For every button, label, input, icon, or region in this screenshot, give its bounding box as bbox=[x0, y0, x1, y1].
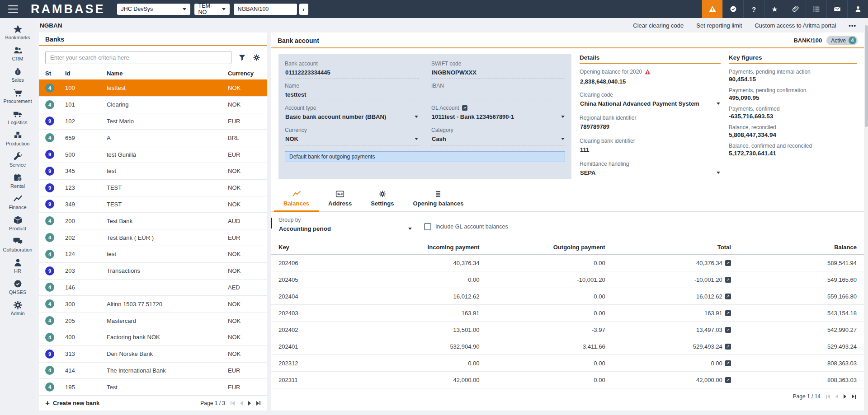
more-actions-icon[interactable]: ••• bbox=[849, 22, 856, 29]
clearing-code-select[interactable]: China National Advanced Payment System bbox=[580, 99, 721, 110]
next-page-icon[interactable] bbox=[248, 401, 251, 406]
table-row[interactable]: 4200Test BankAUD bbox=[39, 212, 267, 229]
clear-clearing-code-action[interactable]: Clear clearing code bbox=[633, 22, 684, 29]
scrollbar-thumb[interactable] bbox=[865, 25, 868, 127]
sidebar-item-procurement[interactable]: Procurement bbox=[0, 85, 35, 107]
table-row[interactable]: 9123TESTNOK bbox=[39, 179, 267, 196]
tab-settings[interactable]: Settings bbox=[361, 186, 403, 211]
category-select[interactable]: Cash bbox=[431, 135, 565, 145]
table-row[interactable]: 20240416,012.620.0016,012.62559,166.80 bbox=[271, 288, 864, 305]
table-row[interactable]: 20240640,376.340.0040,376.34589,541.94 bbox=[271, 255, 864, 271]
verified-icon[interactable] bbox=[722, 0, 743, 18]
tab-balances[interactable]: Balances bbox=[274, 186, 319, 211]
table-row[interactable]: 4124testNOK bbox=[39, 246, 267, 262]
collapse-back-icon[interactable] bbox=[299, 4, 308, 15]
prev-page-icon[interactable] bbox=[240, 401, 243, 406]
sidebar-item-product[interactable]: Product bbox=[0, 213, 35, 234]
table-row[interactable]: 4100testtestNOK bbox=[39, 79, 267, 96]
tab-opening-balances[interactable]: Opening balances bbox=[403, 186, 473, 211]
sidebar-item-finance[interactable]: Finance bbox=[0, 191, 35, 213]
status-badge: 9 bbox=[45, 183, 54, 192]
hamburger-menu-icon[interactable] bbox=[8, 5, 18, 13]
table-row[interactable]: 9102Test MarioEUR bbox=[39, 113, 267, 130]
table-row[interactable]: 4205MastercardNOK bbox=[39, 312, 267, 329]
account-type-select[interactable]: Basic bank account number (BBAN) bbox=[285, 112, 419, 123]
last-page-icon[interactable] bbox=[852, 394, 856, 399]
table-row[interactable]: 20240213,501.00-3.9713,497.03542,990.27 bbox=[271, 322, 864, 338]
favorites-icon[interactable] bbox=[764, 0, 785, 18]
sidebar-item-qhses[interactable]: QHSES bbox=[0, 276, 35, 298]
table-row[interactable]: 20231142,000.000.0042,000.00808,363.03 bbox=[271, 372, 864, 388]
table-row[interactable]: 4414The International BankEUR bbox=[39, 362, 267, 379]
drilldown-icon[interactable] bbox=[725, 260, 731, 266]
table-row[interactable]: 2024050.00-10,001.20-10,001.20549,165.60 bbox=[271, 271, 864, 288]
drilldown-icon[interactable] bbox=[725, 294, 731, 299]
banks-search-input[interactable] bbox=[45, 51, 231, 64]
company-select[interactable]: TEM-NO bbox=[194, 4, 230, 15]
drilldown-icon[interactable] bbox=[725, 310, 731, 316]
custom-access-action[interactable]: Custom access to Aritma portal bbox=[755, 22, 836, 29]
gl-account-select[interactable]: 1011test - Bank 1234567890-1 bbox=[431, 112, 565, 123]
sidebar-item-rental[interactable]: Rental bbox=[0, 170, 35, 191]
table-row[interactable]: 9313Den Norske BankNOK bbox=[39, 345, 267, 362]
drilldown-icon[interactable] bbox=[725, 277, 731, 283]
mail-icon[interactable] bbox=[826, 0, 847, 18]
sidebar-item-admin[interactable]: Admin bbox=[0, 298, 35, 319]
iban-input[interactable] bbox=[431, 90, 565, 101]
table-row[interactable]: 2023120.000.000.00808,363.03 bbox=[271, 355, 864, 372]
global-search-input[interactable] bbox=[234, 4, 297, 15]
table-row[interactable]: 4146AED bbox=[39, 279, 267, 296]
sidebar-item-production[interactable]: Production bbox=[0, 128, 35, 149]
table-row[interactable]: 9203TransactionsNOK bbox=[39, 262, 267, 279]
drilldown-icon[interactable] bbox=[725, 377, 731, 383]
drilldown-icon[interactable] bbox=[725, 327, 731, 333]
table-row[interactable]: 202403163.910.00163.91543,154.18 bbox=[271, 305, 864, 322]
open-gl-account-icon[interactable] bbox=[462, 105, 467, 111]
include-gl-balances-checkbox[interactable]: Include GL account balances bbox=[424, 223, 508, 230]
table-row[interactable]: 4195TestEUR bbox=[39, 378, 267, 395]
gear-icon[interactable] bbox=[253, 54, 260, 61]
name-input[interactable]: testtest bbox=[285, 90, 419, 101]
table-row[interactable]: 4101ClearingNOK bbox=[39, 96, 267, 113]
sidebar-item-logistics[interactable]: Logistics bbox=[0, 107, 35, 128]
clearing-bank-identifier-input[interactable]: 111 bbox=[580, 145, 721, 156]
next-page-icon[interactable] bbox=[844, 394, 846, 399]
prev-page-icon[interactable] bbox=[835, 394, 838, 399]
table-row[interactable]: 4659ABRL bbox=[39, 129, 267, 146]
remittance-handling-select[interactable]: SEPA bbox=[580, 168, 721, 179]
table-row[interactable]: 4400Factoring bank NOKNOK bbox=[39, 329, 267, 345]
help-icon[interactable] bbox=[743, 0, 764, 18]
table-row[interactable]: 9500test GunillaEUR bbox=[39, 146, 267, 163]
bank-account-number-input[interactable]: 01112223334445 bbox=[285, 68, 419, 79]
sidebar-item-hr[interactable]: HR bbox=[0, 255, 35, 276]
filter-icon[interactable] bbox=[238, 54, 246, 61]
group-by-select[interactable]: Accounting period bbox=[278, 224, 412, 235]
sidebar-item-crm[interactable]: CRM bbox=[0, 43, 35, 64]
sidebar-item-sales[interactable]: Sales bbox=[0, 64, 35, 85]
attachment-icon[interactable] bbox=[785, 0, 806, 18]
currency-select[interactable]: NOK bbox=[285, 135, 419, 145]
drilldown-icon[interactable] bbox=[725, 360, 731, 366]
tab-address[interactable]: Address bbox=[319, 186, 361, 211]
table-row[interactable]: 4300Altinn 1503.77.51720NOK bbox=[39, 295, 267, 312]
sidebar-item-bookmarks[interactable]: Bookmarks bbox=[0, 22, 35, 43]
warning-icon[interactable] bbox=[702, 0, 722, 18]
first-page-icon[interactable] bbox=[231, 401, 235, 406]
first-page-icon[interactable] bbox=[826, 394, 830, 399]
table-row[interactable]: 9349TESTNOK bbox=[39, 196, 267, 213]
list-icon[interactable] bbox=[806, 0, 826, 18]
sidebar-item-collaboration[interactable]: Collaboration bbox=[0, 234, 35, 255]
swift-input[interactable]: INGBNOPWXXX bbox=[431, 68, 565, 79]
table-row[interactable]: 202401532,904.90-3,411.66529,493.24529,4… bbox=[271, 338, 864, 355]
set-reporting-limit-action[interactable]: Set reporting limit bbox=[696, 22, 742, 29]
sidebar-item-service[interactable]: Service bbox=[0, 149, 35, 170]
create-new-bank-button[interactable]: Create new bank bbox=[45, 400, 99, 406]
user-icon[interactable] bbox=[847, 0, 868, 18]
table-row[interactable]: 9345testNOK bbox=[39, 163, 267, 179]
regional-bank-identifier-input[interactable]: 789789789 bbox=[580, 122, 721, 133]
drilldown-icon[interactable] bbox=[725, 344, 731, 350]
environment-select[interactable]: JHC DevSys bbox=[117, 4, 190, 15]
vertical-scrollbar[interactable] bbox=[865, 18, 868, 415]
table-row[interactable]: 4202Test Bank ( EUR )EUR bbox=[39, 229, 267, 246]
last-page-icon[interactable] bbox=[256, 401, 260, 406]
